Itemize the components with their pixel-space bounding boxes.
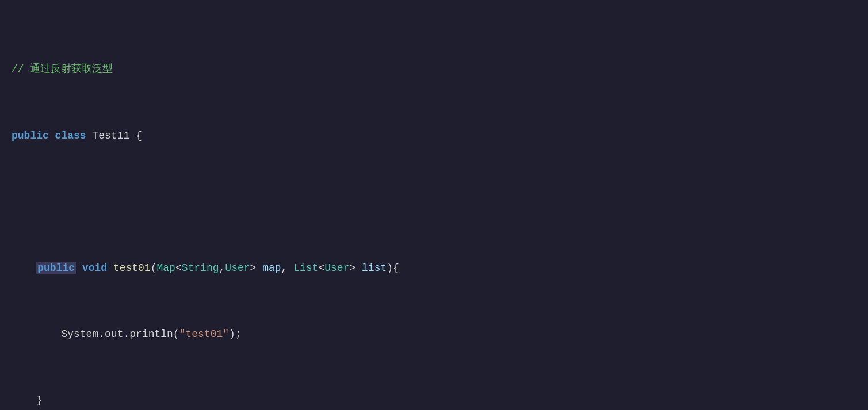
comment-text: // 通过反射获取泛型	[12, 61, 856, 78]
blank-line-1	[12, 194, 856, 210]
method1-body: System.out.println("test01");	[12, 326, 856, 343]
method1-close: }	[12, 392, 856, 409]
method1-body-line: System.out.println("test01");	[12, 326, 856, 343]
class-declaration: public class Test11 {	[12, 128, 856, 144]
method1-signature: public void test01(Map<String,User> map,…	[12, 260, 856, 277]
class-declaration-line: public class Test11 {	[12, 128, 856, 144]
method1-close-line: }	[12, 392, 856, 409]
comment-line: // 通过反射获取泛型	[12, 61, 856, 78]
method1-sig-line: public void test01(Map<String,User> map,…	[12, 260, 856, 277]
code-editor: // 通过反射获取泛型 public class Test11 { public…	[12, 6, 856, 410]
